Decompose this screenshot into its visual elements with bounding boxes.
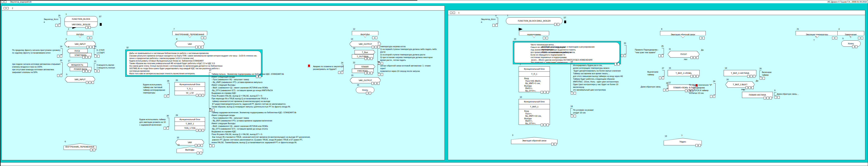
icon-number: 31 xyxy=(209,108,211,110)
comment-line: -Вр_ОТЧ (эквивалент ЕТ) - оставшее время… xyxy=(212,128,378,130)
comment-bracket xyxy=(496,18,498,24)
selection-handle xyxy=(378,73,380,76)
comment-timer-on[interactable]: Включаемтаймер xyxy=(760,71,776,77)
selection-handle xyxy=(372,46,374,49)
selection-handle xyxy=(86,81,88,84)
comment-true-false[interactable]: ИСТИНА начинаем розжиг и переходим к рег… xyxy=(541,45,626,54)
comment-text: По преднему фронту сигнала приступаем к … xyxy=(12,49,60,54)
icon-number: 9 xyxy=(378,42,379,44)
branch-temp-emulation[interactable]: Эмуляция температуры xyxy=(796,31,838,38)
comment-line: по заднему фронту останавливаем котел xyxy=(12,52,60,54)
selection-handle xyxy=(495,24,498,27)
selection-handle xyxy=(90,148,92,151)
selection-handle xyxy=(198,46,200,49)
comment-ignition-10s[interactable]: По условию на розжигуходит 10 сек xyxy=(570,108,603,114)
fb-row: Функциональный блок xyxy=(175,117,205,122)
fb-body-line: Пуск:=, xyxy=(524,112,550,115)
icon-number: 28 xyxy=(666,82,668,84)
comment-line: Пока IN равен FALSE, выход Q = FALSE, вы… xyxy=(212,94,314,97)
fb-name: Т_П_1 xyxy=(531,73,537,75)
selection-handle xyxy=(710,95,712,98)
comment-feedback-signal[interactable]: сигнал обратной связи котловой автоматик… xyxy=(378,64,444,73)
comment-emulator-kotla[interactable]: Эмулятор_Котла xyxy=(481,18,498,24)
comment-tact-timer[interactable]: Будем использоватьтаймер как тактовыйтай… xyxy=(143,83,169,94)
selection-handle xyxy=(201,46,204,49)
function-block-declaration[interactable]: FUNCTION_BLOCKVAR EMUL_BOILER xyxy=(65,16,97,27)
comment-text: температура нагрева котла1) на первой ст… xyxy=(380,45,444,61)
branch-outputs[interactable]: ВЫХОДЫ xyxy=(352,31,378,38)
comment-line: таймер xyxy=(762,74,776,76)
fb-body-line: Вр_ИМП:=10 сек, xyxy=(524,115,550,117)
selection-handle xyxy=(543,37,545,39)
fb-tp1[interactable]: Функциональный блокТ_П_1TP_1:TP xyxy=(175,82,205,95)
comment-bracket xyxy=(61,62,63,74)
comment-start-edge[interactable]: По преднему фронту сигнала приступаем к … xyxy=(12,49,63,55)
input-power-name[interactable]: МОЩНОСТЬ xyxy=(67,63,88,67)
comment-timer-off[interactable]: Выключаемтаймер xyxy=(647,70,664,76)
comment-boiler-temp[interactable]: температура нагрева котла1) на первой ст… xyxy=(378,45,444,62)
selection-handle xyxy=(87,36,89,39)
icon-number: 11 xyxy=(669,48,671,50)
selection-handle xyxy=(93,148,95,151)
comment-logical-and[interactable]: По факту логическое "И"В.ПаранджароваЕст… xyxy=(689,83,716,95)
comment-line: -Вр_ОТЧ (эквивалент ЕТ) - оставшее время… xyxy=(212,89,314,92)
comment-bracket xyxy=(342,65,344,71)
selection-handle xyxy=(200,152,202,155)
output-t-out-name[interactable]: Т_Вых xyxy=(354,50,375,54)
output-fire-name[interactable]: ПЛАМЯ xyxy=(354,64,375,69)
comment-bracket xyxy=(378,45,380,62)
comment-line: расматривать не будем!!! xyxy=(313,68,341,71)
diagram-overlay: FUNCTION_BLOCKVAR EMUL_BOILER1STЭмулятор… xyxy=(0,0,868,166)
icon-number: 23 xyxy=(514,38,516,40)
selection-handle xyxy=(767,97,769,100)
icon-number: 26 xyxy=(760,67,762,70)
address-feedback[interactable]: Эмитация обратной связи xyxy=(511,137,557,144)
selection-handle xyxy=(661,54,663,57)
branch-feedback[interactable]: Эмитация обратной связи xyxy=(660,31,706,38)
input-power-name-label: МОЩНОСТЬ xyxy=(71,64,83,66)
selection-handle xyxy=(690,75,693,78)
comment-line: 3) при останове нагрева температура долж… xyxy=(380,56,444,59)
selection-handle xyxy=(202,94,204,97)
marker-square-icon xyxy=(564,21,566,23)
icon-number: 6 xyxy=(65,140,66,143)
selection-handle xyxy=(574,115,576,117)
comment-stop-start[interactable]: 0- СТОП1-СТАРТ xyxy=(94,49,108,55)
comment-ton-timer[interactable]: Таймер задержки включения. Экземпляр под… xyxy=(209,111,378,144)
end-icon[interactable]: Конец xyxy=(841,40,861,47)
branch-inputs[interactable]: ВХОДЫ xyxy=(67,31,93,38)
input-pusk-name[interactable]: ПУСК xyxy=(67,49,88,53)
comment-give-feedback[interactable]: Даем обратную связь xyxy=(641,85,669,88)
comment-line: для эмитации розжига на 10 xyxy=(140,121,166,123)
comment-line: равного PT. Далее счетчикне увеличиваетс… xyxy=(212,138,378,141)
comment-flame-alarm[interactable]: Аварию по пламени в эмуляторерасматриват… xyxy=(313,65,344,71)
selection-handle xyxy=(366,92,368,94)
comment-parandzharov-rule[interactable]: Правило Паранджарова -"чем хуже тем прав… xyxy=(635,48,664,54)
comment-pulse-timer[interactable]: Таймер пульса. Экземпляр подпрограммы из… xyxy=(209,73,314,109)
comment-ignition-timer[interactable]: Будем использовать таймердля эмитации ро… xyxy=(140,118,169,127)
address-outputs[interactable]: ВЫХОДЫ xyxy=(177,147,203,153)
selection-handle xyxy=(368,57,370,60)
end-icon[interactable]: Конец xyxy=(356,87,374,93)
comment-line: Будем использовать таймер xyxy=(140,118,166,121)
icon-number: 11 xyxy=(178,144,180,146)
comment-emulator-kotla[interactable]: Эмулятор_Котла xyxy=(44,18,61,24)
selection-handle xyxy=(753,75,755,78)
comment-power-levels[interactable]: 0-мощность малая1-мощность полная xyxy=(94,63,118,70)
fb-call-tp1[interactable]: Функциональный блокТ_П_1Вход Пуск:=НЕ (В… xyxy=(519,66,550,92)
selection-handle xyxy=(375,36,377,39)
comment-line: Даем обратную связь… xyxy=(777,93,805,95)
output-t-out-name-label: Т_Вых xyxy=(362,51,368,53)
selection-handle xyxy=(557,23,559,26)
selection-handle xyxy=(196,94,198,97)
comment-line: Выключаем xyxy=(647,71,662,73)
fb-ton1[interactable]: Функциональный блокТ_ВКЛ_1TON_1:TON xyxy=(175,117,205,130)
selection-handle xyxy=(662,77,664,79)
selection-handle xyxy=(58,24,60,27)
selection-handle xyxy=(835,37,837,39)
comment-line: таймер начинаетотсчет времени (в миллисе… xyxy=(212,100,314,103)
comment-give-feedback-2[interactable]: Даем обратную связь… xyxy=(774,92,805,96)
comment-power-signal[interactable]: при подаче сигнала котловая автоматика о… xyxy=(12,62,63,74)
fb-call-tvkl1[interactable]: Функциональный блокТ_ВКЛ_1Вход Пуск:=, В… xyxy=(519,99,550,125)
fb-row-label: Функциональный блок xyxy=(180,83,200,85)
